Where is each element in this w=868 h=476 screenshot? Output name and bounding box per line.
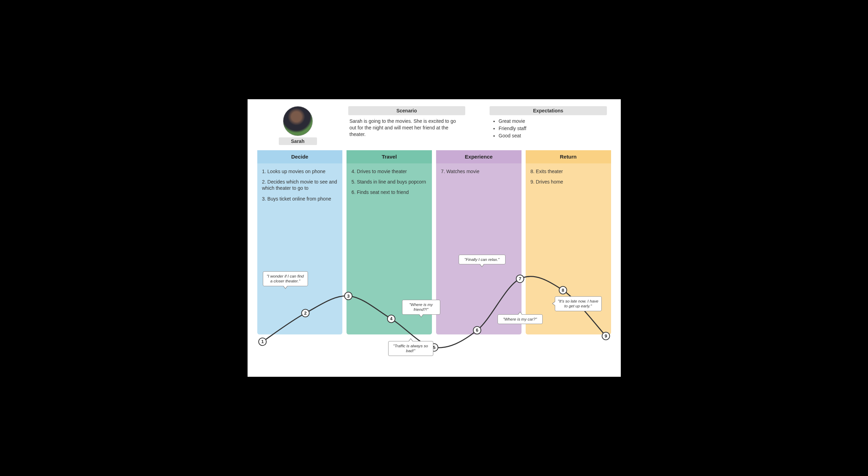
phase-steps: 1. Looks up movies on phone 2. Decides w… xyxy=(257,163,343,202)
phase-experience: Experience 7. Watches movie xyxy=(436,150,521,334)
phase-return: Return 8. Exits theater 9. Drives home xyxy=(526,150,611,334)
step-item: 4. Drives to movie theater xyxy=(351,168,427,175)
persona-avatar xyxy=(283,106,313,136)
phase-steps: 8. Exits theater 9. Drives home xyxy=(526,163,611,185)
phase-columns: Decide 1. Looks up movies on phone 2. De… xyxy=(254,150,614,334)
phase-title: Decide xyxy=(257,150,343,163)
expectations-title: Expectations xyxy=(490,106,607,115)
phase-steps: 7. Watches movie xyxy=(436,163,521,175)
expectation-item: Good seat xyxy=(499,133,606,139)
step-item: 9. Drives home xyxy=(531,179,606,185)
step-item: 6. Finds seat next to friend xyxy=(351,189,427,195)
quote-bubble-2: "Traffic is always so bad!" xyxy=(388,341,433,356)
expectation-item: Great movie xyxy=(499,118,606,125)
step-item: 7. Watches movie xyxy=(441,168,517,175)
phase-steps: 4. Drives to movie theater 5. Stands in … xyxy=(347,163,432,196)
header: Sarah Scenario Sarah is going to the mov… xyxy=(254,106,614,150)
step-item: 3. Buys ticket online from phone xyxy=(262,196,338,202)
curve-node-label: 1 xyxy=(261,339,264,344)
expectations-list: Great movie Friendly staff Good seat xyxy=(491,118,606,139)
phase-title: Return xyxy=(526,150,611,163)
phase-title: Experience xyxy=(436,150,521,163)
step-item: 2. Decides which movie to see and which … xyxy=(262,179,338,191)
persona-block: Sarah xyxy=(279,106,317,145)
curve-node-label: 5 xyxy=(433,345,435,350)
phase-decide: Decide 1. Looks up movies on phone 2. De… xyxy=(257,150,343,334)
scenario-title: Scenario xyxy=(348,106,466,115)
step-item: 5. Stands in line and buys popcorn xyxy=(351,179,427,185)
scenario-text: Sarah is going to the movies. She is exc… xyxy=(348,118,466,138)
step-item: 1. Looks up movies on phone xyxy=(262,168,338,175)
phase-travel: Travel 4. Drives to movie theater 5. Sta… xyxy=(347,150,432,334)
journey-map-canvas: Sarah Scenario Sarah is going to the mov… xyxy=(248,99,621,377)
expectations-block: Expectations Great movie Friendly staff … xyxy=(490,106,607,140)
step-item: 8. Exits theater xyxy=(531,168,606,175)
persona-name: Sarah xyxy=(279,137,317,145)
curve-node xyxy=(430,343,438,351)
phase-title: Travel xyxy=(347,150,432,163)
expectation-item: Friendly staff xyxy=(499,125,606,132)
curve-node xyxy=(258,338,266,346)
scenario-block: Scenario Sarah is going to the movies. S… xyxy=(348,106,466,138)
